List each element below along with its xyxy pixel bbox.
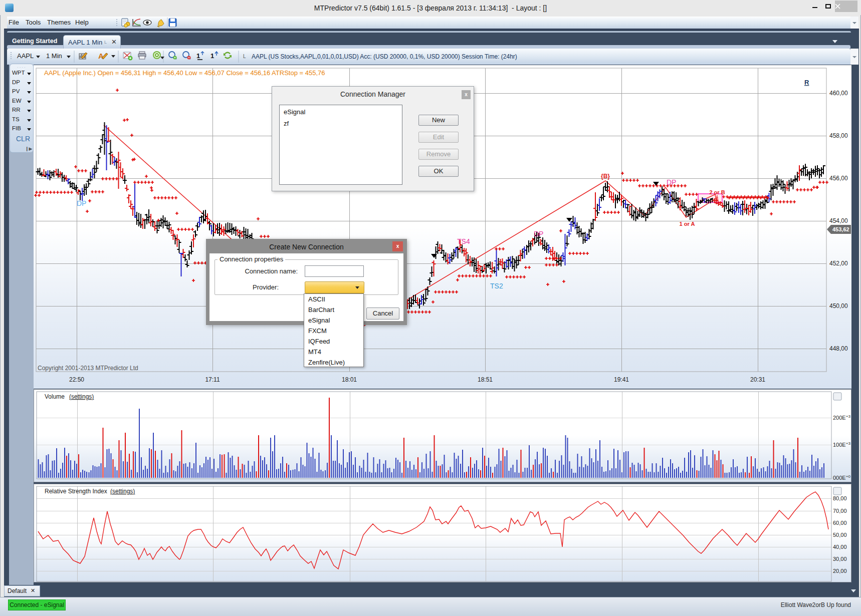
svg-text:22:50: 22:50 [69,376,84,383]
svg-text:20:31: 20:31 [750,376,765,383]
svg-text:448,00: 448,00 [829,345,848,352]
svg-text:50,00: 50,00 [833,532,847,538]
svg-text:AAPL (Apple Inc.) Open = 456,3: AAPL (Apple Inc.) Open = 456,31 High = 4… [44,69,325,77]
svg-text:18:01: 18:01 [342,376,357,383]
svg-text:40,00: 40,00 [833,544,847,550]
svg-text:200E+3: 200E+3 [833,414,850,421]
svg-text:TS2: TS2 [490,282,503,290]
svg-text:20,00: 20,00 [833,568,847,574]
svg-text:80,00: 80,00 [833,495,847,501]
svg-text:DP: DP [667,178,676,186]
svg-text:Copyright 2001-2013 MTPredicto: Copyright 2001-2013 MTPredictor Ltd [38,365,138,372]
svg-text:DP: DP [534,230,543,238]
svg-text:DP: DP [77,199,86,207]
svg-text:TS4: TS4 [457,237,470,245]
svg-text:450,00: 450,00 [829,302,848,310]
svg-text:19:41: 19:41 [614,376,629,383]
svg-text:1: 1 [196,52,200,60]
svg-text:2 or B: 2 or B [709,189,725,195]
svg-text:Relative Strength Index: Relative Strength Index [45,488,107,495]
svg-text:R: R [804,79,809,86]
svg-text:(settings): (settings) [110,488,135,495]
svg-text:17:11: 17:11 [205,376,220,383]
svg-text:100E+3: 100E+3 [833,441,850,448]
svg-text:460,00: 460,00 [829,90,848,97]
svg-text:454,00: 454,00 [829,217,848,224]
svg-text:70,00: 70,00 [833,508,847,514]
svg-text:Volume: Volume [45,393,65,400]
svg-text:453,62: 453,62 [832,226,849,232]
svg-text:18:51: 18:51 [478,376,493,383]
svg-text:456,00: 456,00 [829,175,848,182]
svg-text:(settings): (settings) [69,393,94,400]
svg-text:1 or A: 1 or A [680,221,695,227]
svg-text:{B}: {B} [601,173,610,180]
svg-text:000E+0: 000E+0 [833,474,850,481]
svg-text:458,00: 458,00 [829,132,848,139]
svg-text:452,00: 452,00 [829,260,848,267]
svg-text:30,00: 30,00 [833,556,847,562]
svg-text:60,00: 60,00 [833,520,847,526]
svg-text:1: 1 [210,52,214,60]
